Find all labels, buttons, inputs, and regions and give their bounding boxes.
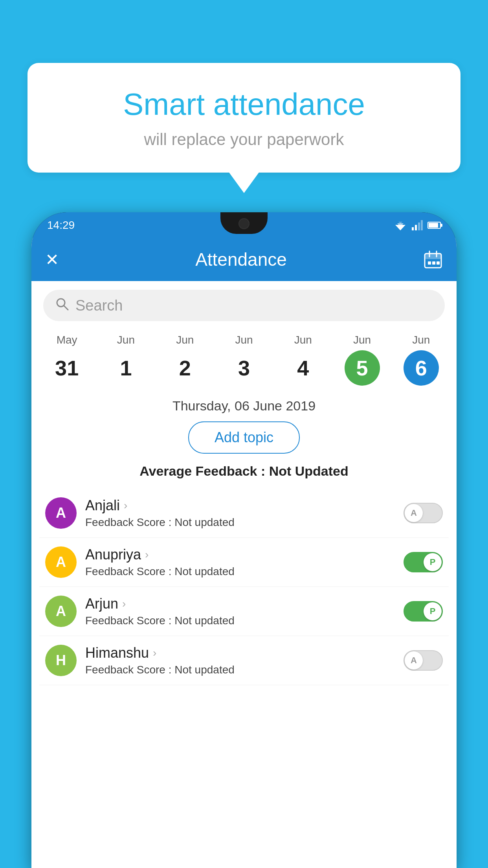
cal-month-label: Jun <box>353 334 371 346</box>
calendar-strip: May31Jun1Jun2Jun3Jun4Jun5Jun6 <box>31 330 457 394</box>
avatar: A <box>45 596 77 627</box>
attendance-toggle[interactable]: P <box>404 552 443 572</box>
avg-feedback-value: Not Updated <box>269 463 349 478</box>
student-name-text: Anupriya <box>85 546 141 563</box>
feedback-score: Feedback Score : Not updated <box>85 614 395 627</box>
close-button[interactable]: ✕ <box>45 250 59 269</box>
student-info: Arjun›Feedback Score : Not updated <box>85 596 395 627</box>
wifi-icon <box>394 220 407 230</box>
feedback-label: Feedback Score : <box>85 565 174 577</box>
student-info: Himanshu›Feedback Score : Not updated <box>85 645 395 676</box>
app-bar: ✕ Attendance <box>31 238 457 281</box>
speech-bubble-container: Smart attendance will replace your paper… <box>28 63 460 173</box>
student-name-text: Arjun <box>85 596 118 612</box>
app-content: ✕ Attendance <box>31 238 457 868</box>
cal-date-number[interactable]: 3 <box>226 350 262 386</box>
student-name: Anjali› <box>85 497 395 514</box>
feedback-score: Feedback Score : Not updated <box>85 516 395 529</box>
feedback-value: Not updated <box>174 614 235 627</box>
student-info: Anupriya›Feedback Score : Not updated <box>85 546 395 578</box>
signal-icon <box>412 220 423 230</box>
search-placeholder: Search <box>75 297 123 314</box>
toggle-knob: A <box>405 504 423 522</box>
cal-date-number[interactable]: 31 <box>49 350 84 386</box>
cal-month-label: Jun <box>176 334 194 346</box>
cal-month-label: Jun <box>412 334 430 346</box>
search-icon <box>55 297 69 314</box>
avg-feedback-label: Average Feedback : <box>139 463 269 478</box>
student-info: Anjali›Feedback Score : Not updated <box>85 497 395 529</box>
calendar-icon[interactable] <box>423 250 443 269</box>
calendar-day[interactable]: Jun5 <box>332 334 391 386</box>
toggle-knob: P <box>424 602 442 620</box>
app-bar-title: Attendance <box>195 249 287 270</box>
svg-rect-12 <box>432 261 435 265</box>
svg-rect-8 <box>425 254 441 259</box>
calendar-day[interactable]: Jun6 <box>392 334 451 386</box>
search-bar[interactable]: Search <box>43 290 445 321</box>
student-name: Arjun› <box>85 596 395 612</box>
student-name: Himanshu› <box>85 645 395 661</box>
chevron-icon: › <box>122 598 126 610</box>
svg-line-15 <box>64 306 68 310</box>
speech-bubble: Smart attendance will replace your paper… <box>28 63 460 173</box>
chevron-icon: › <box>145 548 149 561</box>
cal-date-number[interactable]: 4 <box>285 350 321 386</box>
calendar-day[interactable]: Jun4 <box>273 334 332 386</box>
cal-month-label: Jun <box>294 334 312 346</box>
cal-month-label: May <box>57 334 77 346</box>
bubble-subtitle: will replace your paperwork <box>59 130 429 149</box>
avatar: H <box>45 645 77 676</box>
calendar-day[interactable]: Jun2 <box>156 334 215 386</box>
chevron-icon: › <box>124 499 127 512</box>
chevron-icon: › <box>153 647 156 659</box>
student-item[interactable]: AAnjali›Feedback Score : Not updatedA <box>39 489 449 538</box>
calendar-day[interactable]: Jun1 <box>96 334 155 386</box>
feedback-label: Feedback Score : <box>85 516 174 528</box>
svg-rect-4 <box>415 225 417 230</box>
add-topic-button[interactable]: Add topic <box>188 421 300 454</box>
avg-feedback: Average Feedback : Not Updated <box>31 463 457 479</box>
student-name: Anupriya› <box>85 546 395 563</box>
student-name-text: Anjali <box>85 497 120 514</box>
student-item[interactable]: AArjun›Feedback Score : Not updatedP <box>39 587 449 636</box>
phone-camera <box>238 218 250 229</box>
feedback-value: Not updated <box>174 565 235 577</box>
cal-date-number[interactable]: 1 <box>108 350 143 386</box>
cal-month-label: Jun <box>117 334 135 346</box>
status-icons <box>394 220 441 230</box>
student-name-text: Himanshu <box>85 645 149 661</box>
feedback-score: Feedback Score : Not updated <box>85 664 395 676</box>
toggle-knob: P <box>424 553 442 571</box>
student-item[interactable]: HHimanshu›Feedback Score : Not updatedA <box>39 636 449 685</box>
feedback-label: Feedback Score : <box>85 664 174 676</box>
student-item[interactable]: AAnupriya›Feedback Score : Not updatedP <box>39 538 449 587</box>
student-list: AAnjali›Feedback Score : Not updatedAAAn… <box>31 489 457 685</box>
svg-rect-6 <box>421 220 423 230</box>
phone-frame: 14:29 <box>31 212 457 868</box>
attendance-toggle[interactable]: A <box>404 650 443 671</box>
attendance-toggle[interactable]: P <box>404 601 443 622</box>
svg-rect-11 <box>428 261 431 265</box>
avatar: A <box>45 546 77 578</box>
toggle-knob: A <box>405 651 423 669</box>
attendance-toggle[interactable]: A <box>404 503 443 523</box>
cal-date-number[interactable]: 5 <box>345 350 380 386</box>
calendar-day[interactable]: Jun3 <box>215 334 273 386</box>
feedback-value: Not updated <box>174 516 235 528</box>
bubble-title: Smart attendance <box>59 86 429 122</box>
cal-date-number[interactable]: 6 <box>404 350 439 386</box>
avatar: A <box>45 497 77 529</box>
selected-date: Thursday, 06 June 2019 <box>31 394 457 421</box>
cal-month-label: Jun <box>235 334 253 346</box>
cal-date-number[interactable]: 2 <box>167 350 203 386</box>
battery-icon <box>427 222 441 229</box>
calendar-day[interactable]: May31 <box>37 334 96 386</box>
feedback-label: Feedback Score : <box>85 614 174 627</box>
svg-rect-13 <box>437 261 440 265</box>
status-time: 14:29 <box>47 219 75 232</box>
feedback-score: Feedback Score : Not updated <box>85 565 395 578</box>
phone-notch <box>220 212 268 234</box>
svg-rect-3 <box>412 227 414 230</box>
svg-rect-5 <box>418 223 420 230</box>
